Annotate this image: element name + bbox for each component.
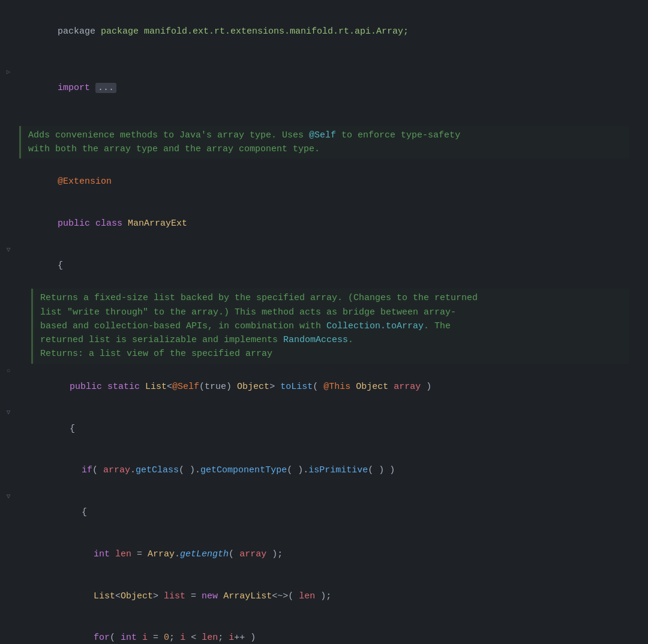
doc2-line-3: based and collection-based APIs, in comb… — [40, 319, 622, 333]
method-self: @Self — [172, 382, 199, 392]
list-type: List — [94, 591, 115, 601]
array-class: Array — [148, 549, 175, 559]
gutter-triangle-3: ▽ — [7, 492, 11, 502]
line-int-len: int len = Array.getLength( array ); — [0, 534, 648, 576]
new-keyword: new — [202, 591, 223, 601]
if-keyword: if — [82, 465, 92, 475]
if-paren3: ( ) ) — [368, 465, 395, 475]
list-semi: ); — [315, 591, 331, 601]
for-semi2: ; — [218, 633, 229, 643]
method-object: Object — [237, 382, 269, 392]
method-list-type: List — [145, 382, 167, 392]
if-isprimitive: isPrimitive — [308, 465, 368, 475]
class-name: ManArrayExt — [128, 218, 187, 229]
arraylist-end: ( — [288, 591, 299, 601]
gutter-brace1: ▽ — [2, 245, 14, 255]
gutter-method: ○ — [2, 366, 14, 376]
doc-text-1b: to enforce type-safety — [336, 128, 460, 142]
len-var: len — [115, 549, 131, 559]
if-paren1: ( ). — [179, 465, 200, 475]
doc2-text-4a: returned list is serializable and implem… — [40, 333, 283, 347]
if-getcomponent: getComponentType — [200, 465, 287, 475]
doc2-text-3b: . The — [424, 319, 451, 333]
if-open: ( — [92, 465, 103, 475]
doc-line-2: with both the array type and the array c… — [28, 142, 622, 156]
doc2-text-3a: based and collection-based APIs, in comb… — [40, 319, 326, 333]
method-param-type: Object — [350, 382, 388, 392]
for-open-paren: ( — [110, 633, 121, 643]
arraylist-type: ArrayList — [223, 591, 272, 601]
doc2-collection-ref: Collection.toArray — [326, 319, 424, 333]
doc2-text-1: Returns a fixed-size list backed by the … — [40, 291, 478, 305]
method-gt: > — [269, 382, 280, 392]
getlength-method: getLength — [180, 549, 229, 559]
array-param: array — [239, 549, 266, 559]
method-open-paren: ( — [313, 382, 323, 392]
line-class-decl: public class ManArrayExt — [0, 203, 648, 245]
gutter-triangle-2: ▽ — [7, 408, 11, 418]
method-param-name: array — [388, 382, 421, 392]
brace-1: { — [58, 260, 63, 271]
brace-3: { — [82, 507, 87, 517]
doc2-line-2: list "write through" to the array.) This… — [40, 305, 622, 319]
method-self-true: (true) — [199, 382, 237, 392]
import-dots: ... — [95, 83, 116, 93]
import-keyword: import — [58, 83, 95, 93]
line-open-brace-3: ▽ { — [0, 492, 648, 534]
gutter-import: ▷ — [2, 67, 14, 77]
getlength-paren: ( — [229, 549, 239, 559]
method-static: static — [107, 382, 145, 392]
line-list-decl: List<Object> list = new ArrayList<~>( le… — [0, 575, 648, 617]
code-container: package package manifold.ext.rt.extensio… — [0, 0, 648, 644]
method-name: toList — [280, 382, 313, 392]
gutter-brace3: ▽ — [2, 492, 14, 502]
annotation-text: @Extension — [58, 176, 112, 187]
for-len: len — [202, 633, 218, 643]
doc-self-ref: @Self — [309, 128, 336, 142]
gutter-circle-method: ○ — [7, 366, 11, 376]
list-obj-type: Object — [121, 591, 153, 601]
if-paren2: ( ). — [287, 465, 308, 475]
empty-line-2 — [0, 109, 648, 124]
doc2-random-ref: RandomAccess — [283, 333, 348, 347]
list-assign: = — [185, 591, 202, 601]
empty-line-1 — [0, 53, 648, 67]
doc-block-1: Adds convenience methods to Java's array… — [19, 126, 629, 159]
for-semi1: ; — [169, 633, 180, 643]
dot-getlength: . — [175, 549, 180, 559]
list-var: list — [164, 591, 185, 601]
if-array: array — [103, 465, 130, 475]
for-inc: ++ — [234, 633, 245, 643]
gutter-triangle-1: ▽ — [7, 245, 11, 255]
method-this: @This — [323, 382, 350, 392]
for-i3: i — [229, 633, 234, 643]
gutter-marker-import: ▷ — [7, 67, 11, 77]
doc2-line-4: returned list is serializable and implem… — [40, 333, 622, 347]
line-method-sig: ○ public static List<@Self(true) Object>… — [0, 366, 648, 408]
getlength-end: ); — [266, 549, 283, 559]
line-import: ▷ import ... — [0, 67, 648, 109]
int-keyword: int — [94, 549, 115, 559]
for-close-paren: ) — [245, 633, 256, 643]
line-open-brace-1: ▽ { — [0, 245, 648, 287]
method-lt: < — [167, 382, 172, 392]
for-int: int — [121, 633, 142, 643]
for-zero: 0 — [164, 633, 169, 643]
doc2-text-5: Returns: a list view of the specified ar… — [40, 347, 272, 361]
doc-block-2: Returns a fixed-size list backed by the … — [31, 289, 629, 363]
class-public: public — [58, 218, 95, 229]
len-ref: len — [299, 591, 315, 601]
package-value: package manifold.ext.rt.extensions.manif… — [101, 26, 409, 37]
line-if: if( array.getClass( ).getComponentType( … — [0, 450, 648, 492]
doc-text-1: Adds convenience methods to Java's array… — [28, 128, 309, 142]
for-lt: < — [185, 633, 202, 643]
if-dot1: . — [130, 465, 136, 475]
class-keyword: class — [95, 218, 128, 229]
for-eq: = — [148, 633, 164, 643]
doc2-text-2: list "write through" to the array.) This… — [40, 305, 456, 319]
for-keyword: for — [94, 633, 110, 643]
for-i: i — [142, 633, 148, 643]
brace-2: { — [70, 424, 75, 434]
arraylist-diamond: <~> — [272, 591, 288, 601]
package-keyword: package — [58, 26, 101, 37]
